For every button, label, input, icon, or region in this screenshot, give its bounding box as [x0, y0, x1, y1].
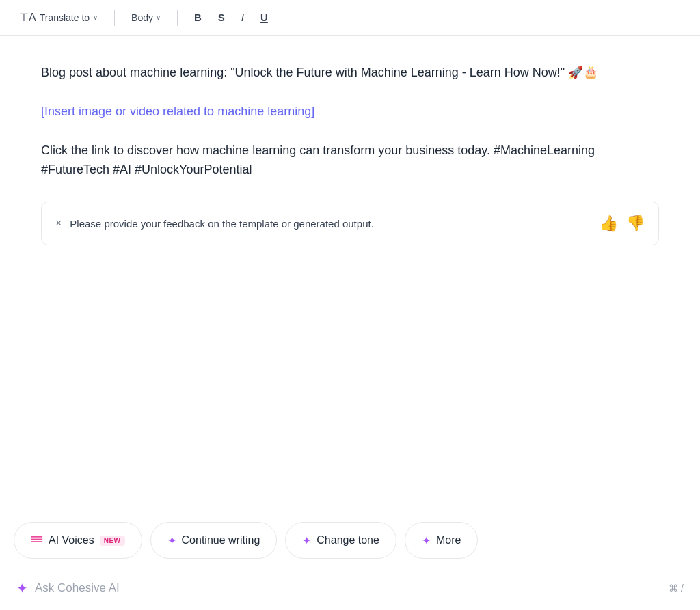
feedback-left: × Please provide your feedback on the te… — [55, 217, 374, 230]
sparkle-icon-tone: ✦ — [302, 534, 311, 547]
wave-icon: 𝍢 — [31, 532, 43, 549]
continue-writing-label: Continue writing — [182, 534, 260, 546]
ask-ai-placeholder[interactable]: Ask Cohesive AI — [35, 581, 120, 595]
body-chevron: ∨ — [156, 14, 161, 21]
shortcut-label: ⌘ / — [669, 583, 684, 594]
translate-label: Translate to — [40, 12, 90, 23]
underline-button[interactable]: U — [255, 9, 273, 26]
body-label: Body — [131, 12, 153, 23]
blog-insert: [Insert image or video related to machin… — [41, 102, 659, 122]
content-area: Blog post about machine learning: "Unloc… — [0, 36, 700, 484]
ai-voices-button[interactable]: 𝍢 AI Voices NEW — [14, 522, 142, 559]
strikethrough-label: S — [218, 12, 225, 23]
ask-ai-shortcut: ⌘ / — [669, 583, 684, 594]
translate-button[interactable]: ⊤A Translate to ∨ — [14, 8, 103, 27]
more-label: More — [436, 534, 461, 546]
bold-button[interactable]: B — [189, 9, 207, 26]
feedback-text: Please provide your feedback on the temp… — [70, 218, 373, 230]
ask-ai-bar: ✦ Ask Cohesive AI ⌘ / — [0, 566, 700, 610]
thumbs-down-button[interactable]: 👎 — [626, 214, 645, 232]
ask-ai-sparkle-icon: ✦ — [16, 580, 28, 596]
toolbar-divider — [114, 10, 115, 26]
sparkle-icon-more: ✦ — [422, 534, 431, 547]
body-style-button[interactable]: Body ∨ — [126, 10, 166, 26]
feedback-box: × Please provide your feedback on the te… — [41, 202, 659, 245]
thumbs-up-button[interactable]: 👍 — [600, 214, 618, 232]
more-button[interactable]: ✦ More — [405, 522, 478, 559]
sparkle-icon-continue: ✦ — [167, 534, 176, 547]
ask-ai-left: ✦ Ask Cohesive AI — [16, 580, 120, 596]
change-tone-label: Change tone — [317, 534, 379, 546]
toolbar: ⊤A Translate to ∨ Body ∨ B S I U — [0, 0, 700, 36]
thumbs-down-icon: 👎 — [626, 214, 645, 232]
bold-label: B — [194, 12, 202, 23]
italic-label: I — [241, 12, 244, 23]
feedback-actions: 👍 👎 — [600, 214, 645, 232]
new-badge: NEW — [100, 536, 125, 546]
underline-label: U — [260, 12, 268, 23]
blog-title: Blog post about machine learning: "Unloc… — [41, 63, 659, 83]
ai-voices-label: AI Voices — [49, 534, 94, 546]
strikethrough-button[interactable]: S — [213, 9, 230, 26]
translate-chevron: ∨ — [93, 14, 98, 21]
translate-icon: ⊤A — [19, 11, 36, 24]
italic-button[interactable]: I — [236, 9, 250, 26]
toolbar-divider-2 — [177, 10, 178, 26]
bottom-toolbar: 𝍢 AI Voices NEW ✦ Continue writing ✦ Cha… — [0, 515, 700, 566]
blog-body: Click the link to discover how machine l… — [41, 141, 659, 180]
thumbs-up-icon: 👍 — [600, 214, 618, 232]
continue-writing-button[interactable]: ✦ Continue writing — [150, 522, 278, 559]
feedback-close-button[interactable]: × — [55, 217, 62, 230]
change-tone-button[interactable]: ✦ Change tone — [285, 522, 396, 559]
